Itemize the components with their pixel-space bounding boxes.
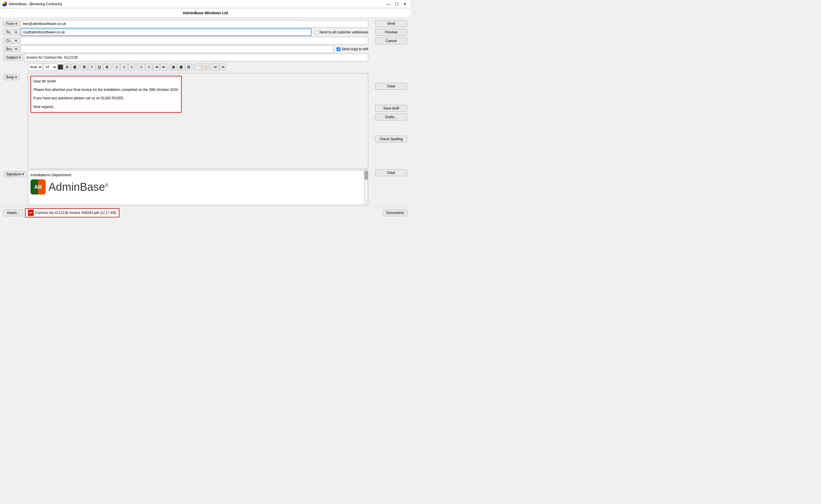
cc-arrow: ▾ xyxy=(15,39,17,43)
bcc-label-btn[interactable]: Bcc..▾ xyxy=(3,46,19,52)
ab-logo-icon: AB xyxy=(30,179,46,195)
cc-input[interactable] xyxy=(21,37,368,44)
spacer1 xyxy=(375,46,407,81)
send-all-checkbox-label[interactable]: Send to all customer addresses xyxy=(315,30,368,34)
ab-logo-wordmark: AdminBase® xyxy=(48,181,108,193)
cc-label-btn[interactable]: Cc..▾ xyxy=(3,38,19,44)
body-line3: If you have any questions please call us… xyxy=(33,96,179,101)
from-arrow: ▾ xyxy=(15,22,17,26)
sep5 xyxy=(193,64,193,70)
to-arrow: ▾ xyxy=(15,30,17,34)
body-line4: Kind regards, xyxy=(33,104,179,110)
doc2-btn[interactable]: 📋 xyxy=(202,64,209,71)
title-bar: AdminBase - [Browsing Contracts] — ☐ ✕ xyxy=(0,0,411,8)
to-input[interactable] xyxy=(21,28,312,36)
doc1-btn[interactable]: 📄 xyxy=(195,64,202,71)
spacer4 xyxy=(375,144,407,168)
minimize-button[interactable]: — xyxy=(385,1,392,7)
from-label-btn[interactable]: From▾ xyxy=(3,21,20,27)
preview-button[interactable]: Preview xyxy=(375,29,407,36)
signature-row: Signature▾ Installations Department AB A… xyxy=(3,170,368,205)
image-btn[interactable]: 🖼 xyxy=(177,64,184,71)
attachment-filename: Contract No 4112136 Invoice 458283.pdf (… xyxy=(35,211,116,215)
bold-btn[interactable]: B xyxy=(81,64,88,71)
from-row: From▾ xyxy=(3,20,368,28)
main-layout: From▾ To..▾ Send to all customer address… xyxy=(0,18,411,206)
subject-input[interactable] xyxy=(24,54,368,61)
attach-button[interactable]: Attach... xyxy=(3,209,23,216)
bcc-checkbox[interactable] xyxy=(337,47,340,51)
clear-body-button[interactable]: Clear xyxy=(375,83,407,90)
clear-signature-button[interactable]: Clear xyxy=(375,169,407,176)
drafts-button[interactable]: Drafts... xyxy=(375,114,407,120)
footer-row: Attach... PDF Contract No 4112136 Invoic… xyxy=(0,206,411,219)
documents-button[interactable]: Documents xyxy=(383,209,407,216)
body-label-btn[interactable]: Body▾ xyxy=(3,74,19,80)
font-size-select[interactable]: 10 xyxy=(43,64,57,71)
body-line2: Please find attached your final invoice … xyxy=(33,87,179,93)
attachment-chip[interactable]: PDF Contract No 4112136 Invoice 458283.p… xyxy=(25,208,119,217)
strikethrough-btn[interactable]: S xyxy=(103,64,110,71)
omega-btn[interactable]: Ω xyxy=(185,64,192,71)
bcc-row: Bcc..▾ Send copy to self xyxy=(3,45,368,53)
check-spelling-button[interactable]: Check Spelling xyxy=(375,136,407,143)
title-bar-left: AdminBase - [Browsing Contracts] xyxy=(2,2,62,6)
subject-arrow: ▾ xyxy=(19,55,21,60)
signature-logo: AB AdminBase® xyxy=(30,179,366,195)
close-button[interactable]: ✕ xyxy=(401,1,408,7)
pdf-icon: PDF xyxy=(28,210,34,216)
bcc-arrow: ▾ xyxy=(15,47,17,51)
sep4 xyxy=(168,64,169,70)
underline-btn[interactable]: U xyxy=(96,64,103,71)
from-input[interactable] xyxy=(21,20,368,28)
send-all-checkbox[interactable] xyxy=(315,30,318,34)
body-content: Dear Mr Smith Please find attached your … xyxy=(30,76,181,113)
italic-btn[interactable]: I xyxy=(88,64,95,71)
body-row: Body▾ Dear Mr Smith Please find attached… xyxy=(3,73,368,169)
side-buttons: Send Preview Cancel Clear Save draft Dra… xyxy=(372,18,411,206)
redo-btn[interactable]: ↪ xyxy=(220,64,227,71)
sep1 xyxy=(79,64,80,70)
body-line1: Dear Mr Smith xyxy=(33,79,179,84)
subject-label-btn[interactable]: Subject▾ xyxy=(3,55,23,60)
app-title: AdminBase - [Browsing Contracts] xyxy=(9,2,62,6)
app-icon xyxy=(2,2,7,6)
signature-arrow: ▾ xyxy=(22,172,24,176)
body-arrow: ▾ xyxy=(15,75,17,79)
align-center-btn[interactable]: ≡ xyxy=(121,64,127,71)
ul-btn[interactable]: ≡ xyxy=(138,64,145,71)
title-bar-controls[interactable]: — ☐ ✕ xyxy=(385,1,408,7)
to-row: To..▾ Send to all customer addresses xyxy=(3,28,368,36)
indent-in-btn[interactable]: ⇥ xyxy=(153,64,160,71)
body-textarea[interactable]: Dear Mr Smith Please find attached your … xyxy=(28,73,368,169)
cancel-button[interactable]: Cancel xyxy=(375,37,407,44)
send-button[interactable]: Send xyxy=(375,20,407,27)
image-bg-btn[interactable]: 🖼 xyxy=(71,64,78,71)
signature-content: Installations Department AB AdminBase® xyxy=(28,170,368,205)
signature-department: Installations Department xyxy=(30,173,366,177)
font-color-btn[interactable]: A xyxy=(64,64,71,71)
bcc-checkbox-label[interactable]: Send copy to self xyxy=(337,47,368,51)
hyperlink-btn[interactable]: ⛓ xyxy=(170,64,177,71)
indent-out-btn[interactable]: ⇤ xyxy=(160,64,167,71)
ol-btn[interactable]: ≡ xyxy=(145,64,152,71)
signature-scrollbar[interactable] xyxy=(364,170,368,205)
save-draft-button[interactable]: Save draft xyxy=(375,105,407,112)
window-title: AdminBase Windows Ltd xyxy=(0,8,411,17)
maximize-button[interactable]: ☐ xyxy=(393,1,400,7)
color-btn[interactable] xyxy=(58,64,63,70)
email-area: From▾ To..▾ Send to all customer address… xyxy=(0,18,372,206)
spacer2 xyxy=(375,91,407,103)
cc-row: Cc..▾ xyxy=(3,37,368,44)
font-select[interactable]: Arial xyxy=(28,64,43,71)
scrollbar-thumb[interactable] xyxy=(364,171,368,180)
align-right-btn[interactable]: ≡ xyxy=(128,64,135,71)
undo-btn[interactable]: ↩ xyxy=(212,64,219,71)
bcc-input[interactable] xyxy=(21,45,334,53)
signature-label-btn[interactable]: Signature▾ xyxy=(3,171,26,177)
align-left-btn[interactable]: ≡ xyxy=(113,64,120,71)
to-label-btn[interactable]: To..▾ xyxy=(3,29,19,35)
sep6 xyxy=(211,64,211,70)
spacer3 xyxy=(375,122,407,134)
formatting-toolbar: Arial 10 A 🖼 B I U S ≡ ≡ ≡ ≡ ≡ ⇥ ⇤ ⛓ � xyxy=(28,62,368,72)
